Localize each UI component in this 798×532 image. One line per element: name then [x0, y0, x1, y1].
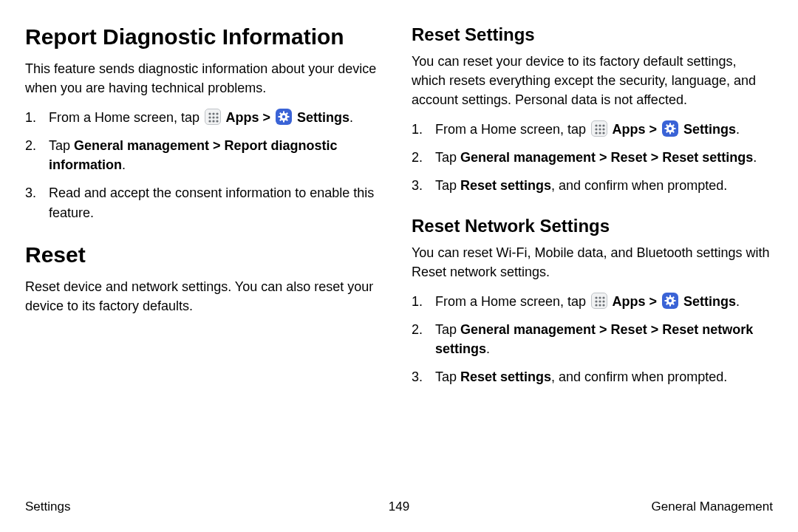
desc-reset-settings: You can reset your device to its factory… [412, 52, 773, 109]
text-run: . [753, 150, 757, 165]
text-run: Reset settings [460, 369, 551, 384]
text-run: Read and accept the consent information … [49, 185, 374, 219]
svg-line-54 [672, 303, 674, 304]
step-item: Tap General management > Reset > Reset n… [412, 320, 773, 358]
column-left: Report Diagnostic Information This featu… [25, 24, 386, 406]
svg-point-20 [598, 125, 601, 127]
svg-point-4 [212, 117, 214, 119]
svg-point-3 [208, 117, 211, 119]
svg-point-39 [598, 296, 601, 299]
gear-icon [662, 120, 678, 137]
svg-point-26 [598, 132, 601, 134]
step-item: From a Home screen, tap Apps > Settings. [412, 120, 773, 139]
text-run: , and confirm when prompted. [551, 178, 727, 193]
svg-point-43 [602, 300, 604, 302]
svg-point-24 [602, 129, 604, 131]
text-run: Reset settings [460, 178, 551, 193]
heading-reset-settings: Reset Settings [412, 24, 773, 46]
svg-line-18 [280, 120, 282, 121]
heading-report-diagnostic: Report Diagnostic Information [25, 24, 386, 50]
desc-report-diagnostic: This feature sends diagnostic informatio… [25, 59, 386, 98]
svg-line-36 [672, 125, 674, 126]
step-item: Tap General management > Reset > Reset s… [412, 148, 773, 167]
steps-reset-network: From a Home screen, tap Apps > Settings.… [412, 292, 773, 386]
text-run: . [486, 341, 490, 356]
text-run: Settings [293, 110, 349, 125]
svg-point-21 [602, 125, 604, 127]
step-item: Tap Reset settings, and confirm when pro… [412, 176, 773, 195]
section-reset-network: Reset Network Settings You can reset Wi-… [412, 215, 773, 387]
svg-line-17 [286, 113, 287, 115]
text-run: . [122, 157, 126, 172]
apps-icon [591, 293, 607, 309]
svg-point-38 [595, 296, 597, 299]
step-item: Read and accept the consent information … [25, 183, 386, 222]
svg-point-25 [595, 132, 597, 134]
footer-page-number: 149 [25, 499, 773, 514]
svg-point-29 [669, 127, 672, 130]
svg-point-5 [216, 117, 218, 119]
section-reset-settings: Reset Settings You can reset your device… [412, 24, 773, 196]
svg-point-40 [602, 296, 604, 299]
svg-line-55 [672, 297, 674, 299]
text-run: Tap [435, 369, 460, 384]
text-run: Tap [435, 150, 460, 165]
svg-line-53 [666, 297, 668, 299]
text-run: > [645, 294, 661, 309]
section-reset: Reset Reset device and network settings.… [25, 242, 386, 316]
heading-reset-network: Reset Network Settings [412, 215, 773, 237]
svg-point-1 [212, 113, 214, 115]
text-run: Settings [680, 294, 736, 309]
svg-point-46 [602, 304, 604, 306]
svg-point-45 [598, 304, 601, 306]
svg-point-10 [282, 115, 285, 118]
gear-icon [276, 109, 292, 125]
svg-point-48 [669, 299, 672, 302]
step-item: Tap General management > Report diagnost… [25, 136, 386, 174]
steps-report-diagnostic: From a Home screen, tap Apps > Settings.… [25, 108, 386, 222]
svg-point-41 [595, 300, 597, 302]
columns: Report Diagnostic Information This featu… [25, 24, 773, 406]
svg-point-2 [216, 113, 218, 115]
footer: Settings 149 General Management [25, 499, 773, 514]
svg-point-0 [208, 113, 211, 115]
step-item: Tap Reset settings, and confirm when pro… [412, 367, 773, 386]
text-run: Settings [680, 122, 736, 137]
section-report-diagnostic: Report Diagnostic Information This featu… [25, 24, 386, 222]
text-run: General management > Report diagnostic i… [49, 138, 338, 172]
svg-point-6 [208, 120, 211, 123]
gear-icon [662, 293, 678, 309]
svg-line-15 [280, 113, 282, 115]
steps-reset-settings: From a Home screen, tap Apps > Settings.… [412, 120, 773, 195]
apps-icon [591, 120, 607, 137]
svg-line-16 [286, 120, 287, 121]
text-run: . [736, 294, 740, 309]
text-run: . [736, 122, 740, 137]
svg-point-42 [598, 300, 601, 302]
svg-line-34 [666, 125, 668, 126]
step-item: From a Home screen, tap Apps > Settings. [412, 292, 773, 311]
text-run: Apps [609, 122, 645, 137]
column-right: Reset Settings You can reset your device… [412, 24, 773, 406]
text-run: Tap [435, 322, 460, 337]
svg-point-7 [212, 120, 214, 123]
svg-point-23 [598, 129, 601, 131]
desc-reset: Reset device and network settings. You c… [25, 277, 386, 316]
svg-line-35 [672, 132, 674, 133]
svg-point-19 [595, 125, 597, 127]
text-run: > [259, 110, 274, 125]
text-run: Apps [609, 294, 645, 309]
svg-point-22 [595, 129, 597, 131]
text-run: Apps [222, 110, 259, 125]
text-run: General management > Reset > Reset netwo… [435, 322, 753, 356]
svg-point-8 [216, 120, 218, 123]
text-run: From a Home screen, tap [435, 122, 590, 137]
page: Report Diagnostic Information This featu… [0, 0, 798, 532]
apps-icon [205, 109, 221, 125]
text-run: Tap [49, 138, 74, 153]
svg-line-37 [666, 132, 668, 133]
text-run: Tap [435, 178, 460, 193]
svg-point-27 [602, 132, 604, 134]
text-run: . [349, 110, 353, 125]
step-item: From a Home screen, tap Apps > Settings. [25, 108, 386, 127]
